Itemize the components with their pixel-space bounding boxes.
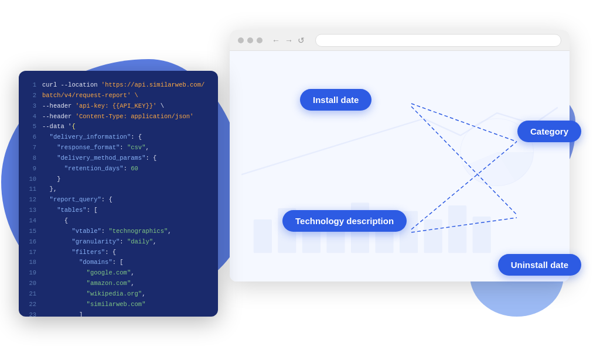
line-code: ] xyxy=(42,310,83,317)
svg-rect-9 xyxy=(473,217,491,253)
nav-reload[interactable]: ↺ xyxy=(298,36,305,45)
browser-dots xyxy=(238,37,262,43)
line-number: 17 xyxy=(23,248,36,258)
line-code: "google.com", xyxy=(42,268,135,279)
svg-rect-2 xyxy=(302,231,321,253)
browser-window: ← → ↺ xyxy=(230,30,570,281)
line-number: 19 xyxy=(23,268,36,279)
line-number: 1 xyxy=(23,80,36,91)
line-code: --data '{ xyxy=(42,122,76,132)
line-number: 8 xyxy=(23,153,36,164)
line-number: 6 xyxy=(23,132,36,143)
line-code: } xyxy=(42,174,61,185)
dot-1 xyxy=(238,37,244,43)
code-line: 2batch/v4/request-report' \ xyxy=(23,91,211,101)
code-line: 14 { xyxy=(23,216,211,226)
line-code: "vtable": "technographics", xyxy=(42,226,172,237)
code-line: 9 "retention_days": 60 xyxy=(23,164,211,174)
code-line: 13 "tables": [ xyxy=(23,205,211,216)
dot-3 xyxy=(257,37,262,43)
nav-back[interactable]: ← xyxy=(272,36,280,45)
line-code: "filters": { xyxy=(42,248,116,258)
code-line: 10 } xyxy=(23,174,211,185)
line-number: 11 xyxy=(23,184,36,195)
line-code: }, xyxy=(42,184,57,195)
line-number: 18 xyxy=(23,257,36,268)
svg-rect-8 xyxy=(448,205,466,253)
code-line: 1curl --location 'https://api.similarweb… xyxy=(23,80,211,91)
line-number: 10 xyxy=(23,174,36,185)
nav-forward[interactable]: → xyxy=(285,36,293,45)
uninstall-date-pill: Uninstall date xyxy=(498,254,581,276)
code-line: 18 "domains": [ xyxy=(23,257,211,268)
line-number: 5 xyxy=(23,122,36,132)
line-code: curl --location 'https://api.similarweb.… xyxy=(42,80,204,91)
code-line: 16 "granularity": "daily", xyxy=(23,237,211,248)
line-code: "similarweb.com" xyxy=(42,300,145,310)
code-line: 5--data '{ xyxy=(23,122,211,132)
line-number: 16 xyxy=(23,237,36,248)
code-line: 23 ] xyxy=(23,310,211,317)
svg-rect-7 xyxy=(424,219,442,253)
line-code: "report_query": { xyxy=(42,195,112,205)
line-number: 21 xyxy=(23,289,36,300)
code-line: 19 "google.com", xyxy=(23,268,211,279)
code-line: 11 }, xyxy=(23,184,211,195)
line-number: 20 xyxy=(23,279,36,289)
line-code: "domains": [ xyxy=(42,257,124,268)
line-code: "tables": [ xyxy=(42,205,98,216)
line-number: 12 xyxy=(23,195,36,205)
line-code: "delivery_information": { xyxy=(42,132,142,143)
category-pill: Category xyxy=(517,121,581,142)
browser-content: Install date Technology description xyxy=(230,51,570,281)
browser-nav[interactable]: ← → ↺ xyxy=(272,36,305,45)
install-date-pill: Install date xyxy=(300,89,371,111)
browser-titlebar: ← → ↺ xyxy=(230,30,570,51)
code-line: 15 "vtable": "technographics", xyxy=(23,226,211,237)
browser-chart xyxy=(241,63,558,270)
code-line: 21 "wikipedia.org", xyxy=(23,289,211,300)
line-number: 2 xyxy=(23,91,36,101)
line-number: 23 xyxy=(23,310,36,317)
line-number: 7 xyxy=(23,143,36,153)
code-panel-inner: 1curl --location 'https://api.similarweb… xyxy=(19,71,218,317)
scene: ← → ↺ xyxy=(19,12,581,352)
line-number: 4 xyxy=(23,112,36,122)
code-panel: 1curl --location 'https://api.similarweb… xyxy=(19,71,218,317)
line-code: "response_format": "csv", xyxy=(42,143,149,153)
line-code: batch/v4/request-report' \ xyxy=(42,91,138,101)
code-line: 22 "similarweb.com" xyxy=(23,300,211,310)
line-code: "retention_days": 60 xyxy=(42,164,138,174)
line-number: 14 xyxy=(23,216,36,226)
tech-description-pill: Technology description xyxy=(282,210,407,232)
line-code: --header 'Content-Type: application/json… xyxy=(42,112,193,122)
line-code: "delivery_method_params": { xyxy=(42,153,156,164)
code-line: 3--header 'api-key: {{API_KEY}}' \ xyxy=(23,101,211,112)
line-code: --header 'api-key: {{API_KEY}}' \ xyxy=(42,101,164,112)
line-code: "amazon.com", xyxy=(42,279,135,289)
line-code: "wikipedia.org", xyxy=(42,289,145,300)
code-line: 4--header 'Content-Type: application/jso… xyxy=(23,112,211,122)
code-line: 7 "response_format": "csv", xyxy=(23,143,211,153)
code-line: 6 "delivery_information": { xyxy=(23,132,211,143)
line-number: 15 xyxy=(23,226,36,237)
code-line: 8 "delivery_method_params": { xyxy=(23,153,211,164)
dot-2 xyxy=(247,37,253,43)
browser-urlbar[interactable] xyxy=(315,34,561,47)
line-number: 9 xyxy=(23,164,36,174)
svg-rect-0 xyxy=(254,219,272,253)
line-number: 22 xyxy=(23,300,36,310)
code-line: 20 "amazon.com", xyxy=(23,279,211,289)
line-code: "granularity": "daily", xyxy=(42,237,156,248)
line-number: 13 xyxy=(23,205,36,216)
line-code: { xyxy=(42,216,68,226)
line-number: 3 xyxy=(23,101,36,112)
code-line: 17 "filters": { xyxy=(23,248,211,258)
code-line: 12 "report_query": { xyxy=(23,195,211,205)
